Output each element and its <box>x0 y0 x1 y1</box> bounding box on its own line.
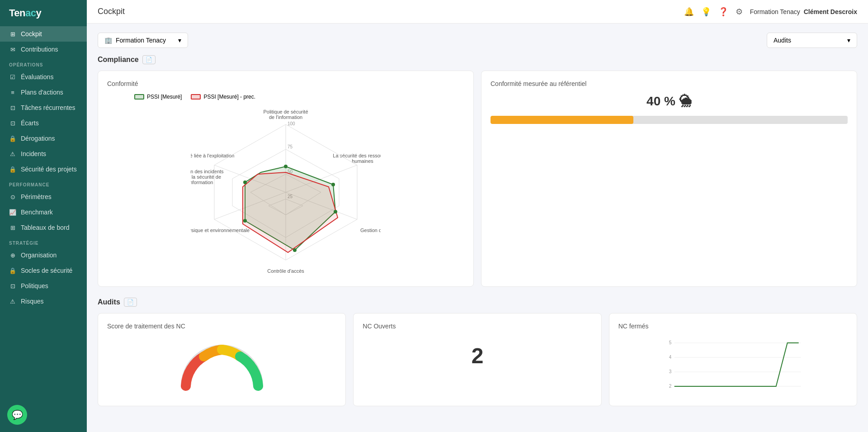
score-card-title: Score de traitement des NC <box>107 323 336 330</box>
help-icon[interactable]: ❓ <box>718 7 728 17</box>
ideas-icon[interactable]: 💡 <box>701 7 711 17</box>
nc-ouverts-card: NC Ouverts 2 <box>353 313 601 406</box>
settings-icon[interactable]: ⚙ <box>736 7 743 17</box>
sidebar-item-politiques[interactable]: ⊡ Politiques <box>0 278 87 294</box>
sidebar-item-evaluations[interactable]: ☑ Évaluations <box>0 69 87 85</box>
audit-filter-chevron: ▾ <box>847 37 850 44</box>
radar-card-title: Conformité <box>107 80 464 87</box>
svg-point-30 <box>243 219 247 223</box>
sidebar-item-taches[interactable]: ⊡ Tâches récurrentes <box>0 100 87 115</box>
sidebar-item-derogations[interactable]: 🔒 Dérogations <box>0 131 87 146</box>
sidebar-item-tableaux[interactable]: ⊞ Tableaux de bord <box>0 220 87 235</box>
svg-point-31 <box>243 180 247 184</box>
conformity-card: Conformité mesurée au référentiel 40 % 🌦 <box>481 71 857 287</box>
audits-title: Audits <box>98 298 120 306</box>
ecarts-icon: ⊡ <box>9 119 16 127</box>
audit-filter-label: Audits <box>774 37 791 44</box>
risques-icon: ⚠ <box>9 298 16 305</box>
page-title: Cockpit <box>98 7 125 16</box>
sidebar-item-organisation[interactable]: ⊕ Organisation <box>0 247 87 263</box>
radar-legend: PSSI [Mesuré] PSSI [Mesuré] - prec. <box>134 94 255 100</box>
evaluations-icon: ☑ <box>9 73 16 81</box>
sidebar-item-benchmark[interactable]: 📈 Benchmark <box>0 204 87 220</box>
audits-cards-row: Score de traitement des NC NC Ouverts <box>98 313 857 406</box>
header: Cockpit 🔔 💡 ❓ ⚙ Formation Tenacy Clément… <box>87 0 868 24</box>
plans-icon: ≡ <box>9 89 16 96</box>
sidebar-item-risques[interactable]: ⚠ Risques <box>0 294 87 309</box>
radar-card: Conformité PSSI [Mesuré] PSSI [Mesuré] -… <box>98 71 474 287</box>
socles-icon: 🔒 <box>9 267 16 274</box>
org-filter[interactable]: 🏢 Formation Tenacy ▾ <box>98 33 188 48</box>
content-area: 🏢 Formation Tenacy ▾ Audits ▾ Compliance… <box>87 24 868 432</box>
compliance-export-btn[interactable]: 📄 <box>142 55 156 64</box>
svg-text:Contrôle d'accès: Contrôle d'accès <box>267 268 304 274</box>
sidebar-item-securite[interactable]: 🔒 Sécurité des projets <box>0 161 87 177</box>
audits-export-btn[interactable]: 📄 <box>124 298 137 307</box>
notifications-icon[interactable]: 🔔 <box>684 7 694 17</box>
header-user: Formation Tenacy Clément Descroix <box>750 8 857 15</box>
org-filter-icon: 🏢 <box>104 37 112 44</box>
svg-point-27 <box>331 183 335 186</box>
sidebar-item-contributions-label: Contributions <box>21 46 58 53</box>
compliance-cards-row: Conformité PSSI [Mesuré] PSSI [Mesuré] -… <box>98 71 857 287</box>
compliance-title: Compliance <box>98 56 139 64</box>
legend-color-pssi <box>134 94 144 100</box>
legend-item-pssi: PSSI [Mesuré] <box>134 94 182 100</box>
sidebar-item-cockpit[interactable]: ⊞ Cockpit <box>0 26 87 42</box>
org-filter-chevron: ▾ <box>178 37 181 44</box>
svg-text:Sécurité physique et environne: Sécurité physique et environnementale <box>191 228 250 233</box>
perimetres-icon: ⊙ <box>9 193 16 200</box>
taches-icon: ⊡ <box>9 104 16 111</box>
svg-text:Gestion des incidents: Gestion des incidents <box>191 169 224 174</box>
sidebar: Tenacy ⊞ Cockpit ✉ Contributions OPÉRATI… <box>0 0 87 432</box>
chat-button[interactable]: 💬 <box>7 405 27 425</box>
svg-text:100: 100 <box>288 121 295 126</box>
audit-filter[interactable]: Audits ▾ <box>767 33 857 48</box>
sidebar-item-ecarts[interactable]: ⊡ Écarts <box>0 115 87 131</box>
nc-ouverts-title: NC Ouverts <box>363 323 592 330</box>
radar-chart: Politique de sécurité de l'information L… <box>191 105 381 277</box>
svg-text:75: 75 <box>288 144 293 149</box>
sidebar-item-incidents[interactable]: ⚠ Incidents <box>0 146 87 161</box>
app-logo: Tenacy <box>0 0 87 26</box>
org-filter-label: Formation Tenacy <box>116 37 166 44</box>
nc-fermes-title: NC fermés <box>618 323 848 330</box>
conformity-card-title: Conformité mesurée au référentiel <box>491 80 848 87</box>
user-org: Formation Tenacy <box>750 8 800 15</box>
filters-bar: 🏢 Formation Tenacy ▾ Audits ▾ <box>98 33 857 48</box>
derogations-icon: 🔒 <box>9 135 16 142</box>
svg-point-26 <box>284 165 288 168</box>
audits-section-header: Audits 📄 <box>98 298 857 307</box>
sidebar-item-perimetres[interactable]: ⊙ Périmètres <box>0 189 87 204</box>
politiques-icon: ⊡ <box>9 282 16 290</box>
conformity-progress-fill <box>491 116 633 124</box>
incidents-icon: ⚠ <box>9 150 16 157</box>
svg-text:Politique de sécurité: Politique de sécurité <box>263 109 308 114</box>
gauge-container <box>107 336 336 395</box>
svg-text:Gestion des actifs: Gestion des actifs <box>360 228 381 233</box>
legend-color-pssi-prec <box>191 94 201 100</box>
svg-text:5: 5 <box>669 340 671 345</box>
legend-item-pssi-prec: PSSI [Mesuré] - prec. <box>191 94 255 100</box>
contributions-icon: ✉ <box>9 46 16 53</box>
sidebar-item-plans[interactable]: ≡ Plans d'actions <box>0 85 87 100</box>
svg-point-28 <box>334 210 337 214</box>
conformity-value: 40 % 🌦 <box>491 94 848 109</box>
nc-fermes-line-chart: 5 4 3 2 <box>618 336 848 395</box>
conformity-progress-bar <box>491 116 848 124</box>
score-card: Score de traitement des NC <box>98 313 346 406</box>
gauge-chart <box>177 336 267 395</box>
sidebar-item-socles[interactable]: 🔒 Socles de sécurité <box>0 263 87 278</box>
sidebar-item-contributions[interactable]: ✉ Contributions <box>0 42 87 57</box>
header-actions: 🔔 💡 ❓ ⚙ Formation Tenacy Clément Descroi… <box>684 7 857 17</box>
svg-text:de l'information: de l'information <box>269 114 302 120</box>
section-performance: PERFORMANCE <box>0 177 87 189</box>
conformity-weather-icon: 🌦 <box>679 94 692 109</box>
legend-label-pssi: PSSI [Mesuré] <box>147 94 182 100</box>
svg-text:4: 4 <box>669 355 671 360</box>
user-name: Clément Descroix <box>804 8 857 15</box>
benchmark-icon: 📈 <box>9 209 16 216</box>
svg-text:l'information: l'information <box>191 180 213 185</box>
section-strategie: STRATÉGIE <box>0 235 87 247</box>
compliance-section-header: Compliance 📄 <box>98 55 857 64</box>
